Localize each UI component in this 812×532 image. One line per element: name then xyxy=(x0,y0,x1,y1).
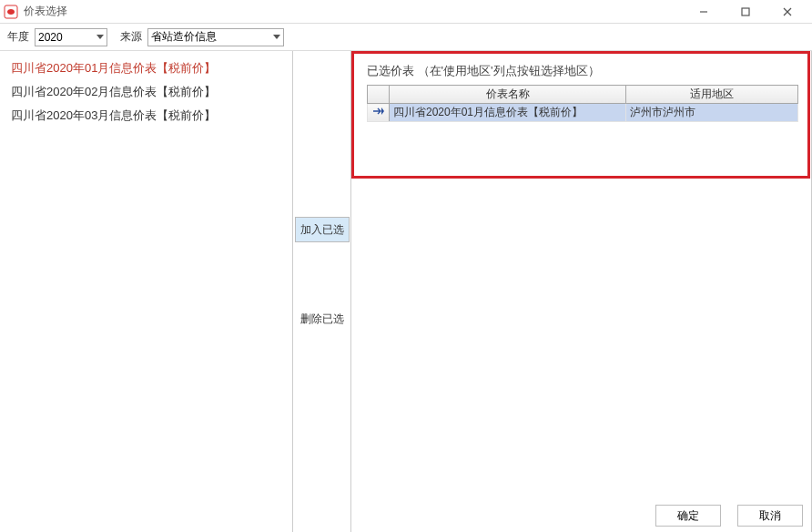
source-label: 来源 xyxy=(120,29,142,45)
add-button-label: 加入已选 xyxy=(300,222,344,238)
ok-button[interactable]: 确定 xyxy=(655,505,721,527)
window-controls xyxy=(683,0,808,24)
source-select[interactable]: 省站造价信息 xyxy=(147,28,284,46)
cell-name: 四川省2020年01月信息价表【税前价】 xyxy=(390,104,626,122)
chevron-down-icon xyxy=(273,35,280,39)
selected-list-pane: 已选价表 （在'使用地区'列点按钮选择地区） 价表名称 适用地区 四 xyxy=(351,51,812,532)
list-item[interactable]: 四川省2020年02月信息价表【税前价】 xyxy=(0,80,292,104)
selected-price-table: 价表名称 适用地区 四川省2020年01月信息价表【税前价】 泸州市泸州市 xyxy=(367,85,798,122)
remove-from-selected-button[interactable]: 删除已选 xyxy=(295,306,350,332)
cancel-button[interactable]: 取消 xyxy=(737,505,803,527)
column-header-name[interactable]: 价表名称 xyxy=(390,86,626,104)
cell-region[interactable]: 泸州市泸州市 xyxy=(626,104,798,122)
available-price-table-list: 四川省2020年01月信息价表【税前价】 四川省2020年02月信息价表【税前价… xyxy=(0,51,292,133)
maximize-button[interactable] xyxy=(725,0,766,24)
selected-title: 已选价表 （在'使用地区'列点按钮选择地区） xyxy=(367,63,798,79)
svg-rect-2 xyxy=(742,8,749,15)
year-value: 2020 xyxy=(38,31,63,44)
window-title: 价表选择 xyxy=(24,4,67,19)
row-pointer-icon xyxy=(368,104,390,122)
table-row[interactable]: 四川省2020年01月信息价表【税前价】 泸州市泸州市 xyxy=(368,104,798,122)
add-to-selected-button[interactable]: 加入已选 xyxy=(295,217,350,242)
close-button[interactable] xyxy=(766,0,808,24)
remove-button-label: 删除已选 xyxy=(300,312,344,327)
selected-area-highlight: 已选价表 （在'使用地区'列点按钮选择地区） 价表名称 适用地区 四 xyxy=(351,51,810,179)
year-select[interactable]: 2020 xyxy=(35,28,107,46)
source-value: 省站造价信息 xyxy=(151,29,217,45)
list-item[interactable]: 四川省2020年03月信息价表【税前价】 xyxy=(0,104,292,128)
chevron-down-icon xyxy=(96,35,104,39)
column-header-region[interactable]: 适用地区 xyxy=(626,86,798,104)
ok-button-label: 确定 xyxy=(677,508,699,524)
year-label: 年度 xyxy=(7,29,29,45)
minimize-button[interactable] xyxy=(683,0,725,24)
app-icon xyxy=(4,5,18,19)
list-item-label: 四川省2020年03月信息价表【税前价】 xyxy=(11,108,216,122)
available-list-pane: 四川省2020年01月信息价表【税前价】 四川省2020年02月信息价表【税前价… xyxy=(0,51,293,532)
titlebar: 价表选择 xyxy=(0,0,812,24)
list-item-label: 四川省2020年02月信息价表【税前价】 xyxy=(11,85,216,98)
main-area: 四川省2020年01月信息价表【税前价】 四川省2020年02月信息价表【税前价… xyxy=(0,51,812,532)
transfer-buttons-pane: 加入已选 删除已选 xyxy=(293,51,351,532)
row-handle-header xyxy=(368,86,390,104)
list-item[interactable]: 四川省2020年01月信息价表【税前价】 xyxy=(0,56,292,80)
filter-toolbar: 年度 2020 来源 省站造价信息 xyxy=(0,24,812,51)
list-item-label: 四川省2020年01月信息价表【税前价】 xyxy=(11,61,216,75)
cancel-button-label: 取消 xyxy=(759,508,781,524)
dialog-footer: 确定 取消 xyxy=(655,505,803,527)
